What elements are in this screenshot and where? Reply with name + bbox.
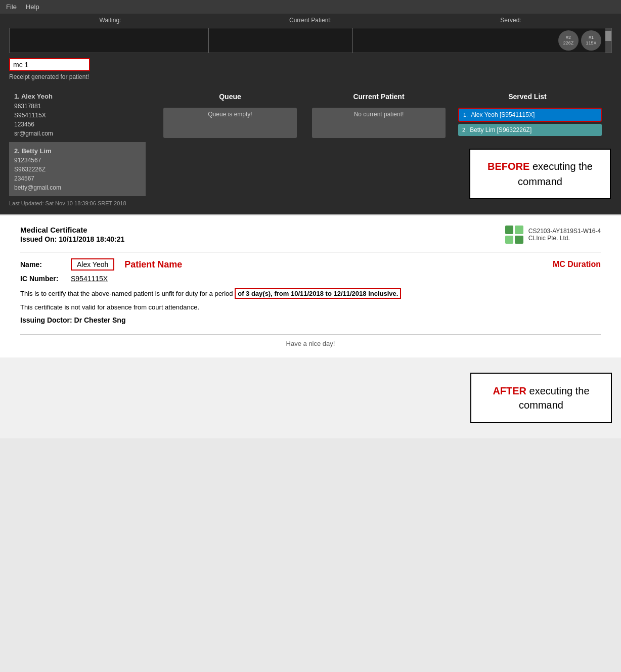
- served-col-header: Served List: [453, 93, 602, 101]
- panel-headers: Queue Current Patient Served List: [156, 93, 602, 101]
- queue-cell: Queue is empty!: [156, 108, 304, 138]
- mc-body-text: This is to certify that the above-named …: [20, 289, 601, 299]
- mc-footer: Have a nice day!: [20, 334, 601, 347]
- patient-item-2[interactable]: 2. Betty Lim 91234567 S9632226Z 234567 b…: [9, 142, 146, 197]
- current-empty-box: No current patient!: [312, 108, 446, 138]
- badge1-line1: #1: [589, 35, 594, 40]
- mc-issued: Issued On: 10/11/2018 18:40:21: [20, 235, 124, 243]
- scrollbar[interactable]: [605, 28, 611, 53]
- mc-duration-highlight: of 3 day(s), from 10/11/2018 to 12/11/20…: [235, 288, 401, 299]
- menu-help[interactable]: Help: [26, 3, 39, 11]
- queue-divider-1: [208, 28, 209, 53]
- mc-header: Medical Certificate Issued On: 10/11/201…: [20, 226, 601, 244]
- served-col-title: Served List: [453, 93, 602, 101]
- served-item-1[interactable]: 1. Alex Yeoh [S9541115X]: [458, 108, 602, 122]
- served-1-num: 1.: [463, 112, 468, 118]
- queue-col-header: Queue: [156, 93, 304, 101]
- mc-ic-label: IC Number:: [20, 275, 71, 283]
- queue-bar-area: #2 226Z #1 115X: [9, 28, 612, 53]
- patient-item-1[interactable]: 1. Alex Yeoh 96317881 S9541115X 123456 s…: [9, 87, 146, 142]
- before-annotation-box: BEFORE executing the command: [469, 149, 611, 199]
- served-2-num: 2.: [462, 127, 467, 133]
- served-2-name: Betty Lim [S9632226Z]: [470, 126, 531, 133]
- mc-name-row: Name: Alex Yeoh Patient Name MC Duration: [20, 258, 601, 271]
- mc-body-prefix: This is to certify that the above-named …: [20, 290, 233, 297]
- mc-clinic-info: CS2103-AY1819S1-W16-4 CLInic Pte. Ltd.: [528, 228, 601, 242]
- mc-patient-name-annotation: Patient Name: [124, 259, 182, 270]
- after-text: executing the command: [519, 385, 590, 411]
- badge2-line1: #2: [566, 35, 571, 40]
- patient-2-name: 2. Betty Lim: [14, 146, 141, 156]
- command-input-value: mc 1: [13, 61, 28, 69]
- served-list: 1. Alex Yeoh [S9541115X] 2. Betty Lim [S…: [453, 108, 602, 138]
- panel-row: Queue is empty! No current patient! 1. A…: [156, 108, 602, 138]
- command-area: mc 1 Receipt generated for patient!: [0, 54, 621, 82]
- mc-divider: [20, 252, 601, 252]
- patient-2-ic: S9632226Z: [14, 165, 141, 174]
- badge2-line2: 226Z: [563, 40, 574, 46]
- mc-clinic-id: CS2103-AY1819S1-W16-4: [528, 228, 601, 235]
- status-text: Receipt generated for patient!: [9, 73, 612, 80]
- patient-1-phone: 96317881: [14, 102, 141, 111]
- current-col-title: Current Patient: [304, 93, 453, 101]
- mc-logo-area: CS2103-AY1819S1-W16-4 CLInic Pte. Ltd.: [505, 226, 601, 244]
- menu-file[interactable]: File: [6, 3, 17, 11]
- patient-2-phone: 91234567: [14, 156, 141, 165]
- before-label: BEFORE: [487, 161, 529, 172]
- mc-title: Medical Certificate: [20, 226, 124, 234]
- mc-logo-sq-4: [515, 236, 523, 244]
- mc-logo: [505, 226, 523, 244]
- mc-patient-name-box: Alex Yeoh: [71, 258, 114, 271]
- served-label: Served:: [411, 17, 611, 24]
- mc-section: Medical Certificate Issued On: 10/11/201…: [0, 214, 621, 357]
- patient-1-name: 1. Alex Yeoh: [14, 92, 141, 102]
- served-cell: 1. Alex Yeoh [S9541115X] 2. Betty Lim [S…: [453, 108, 602, 138]
- mc-title-area: Medical Certificate Issued On: 10/11/201…: [20, 226, 124, 243]
- patient-1-email: sr@gmail.com: [14, 129, 141, 138]
- mc-logo-sq-2: [515, 226, 523, 234]
- mc-note: This certificate is not valid for absenc…: [20, 303, 601, 311]
- patient-2-id2: 234567: [14, 174, 141, 183]
- mc-name-label: Name:: [20, 260, 71, 268]
- queue-divider-2: [352, 28, 353, 53]
- mc-ic-row: IC Number: S9541115X: [20, 275, 601, 283]
- badge1-line2: 115X: [586, 40, 596, 46]
- after-label: AFTER: [493, 385, 526, 396]
- queue-header: Waiting: Current Patient: Served:: [0, 14, 621, 27]
- served-badge-1: #1 115X: [581, 30, 601, 51]
- command-input[interactable]: mc 1: [9, 58, 90, 71]
- menu-bar: File Help: [0, 0, 621, 14]
- after-section: AFTER executing the command: [0, 357, 621, 438]
- served-item-2[interactable]: 2. Betty Lim [S9632226Z]: [458, 124, 602, 136]
- served-badge-2: #2 226Z: [558, 30, 579, 51]
- current-col-header: Current Patient: [304, 93, 453, 101]
- queue-col-title: Queue: [156, 93, 304, 101]
- patient-1-id2: 123456: [14, 120, 141, 129]
- current-patient-label: Current Patient:: [210, 17, 411, 24]
- after-annotation-box: AFTER executing the command: [470, 373, 612, 423]
- mc-logo-sq-3: [505, 236, 514, 244]
- patient-1-ic: S9541115X: [14, 111, 141, 120]
- mc-logo-sq-1: [505, 226, 514, 234]
- current-cell: No current patient!: [304, 108, 453, 138]
- waiting-label: Waiting:: [10, 17, 210, 24]
- scrollbar-thumb[interactable]: [605, 31, 611, 41]
- served-1-name: Alex Yeoh [S9541115X]: [471, 111, 535, 118]
- before-text: executing the command: [518, 161, 593, 187]
- mc-clinic-name: CLInic Pte. Ltd.: [528, 235, 601, 242]
- mc-ic-value: S9541115X: [71, 275, 108, 283]
- queue-empty-box: Queue is empty!: [163, 108, 297, 138]
- mc-duration-annotation: MC Duration: [182, 260, 601, 269]
- mc-doctor: Issuing Doctor: Dr Chester Sng: [20, 316, 601, 324]
- patient-2-email: betty@gmail.com: [14, 183, 141, 192]
- patient-list: 1. Alex Yeoh 96317881 S9541115X 123456 s…: [9, 87, 146, 196]
